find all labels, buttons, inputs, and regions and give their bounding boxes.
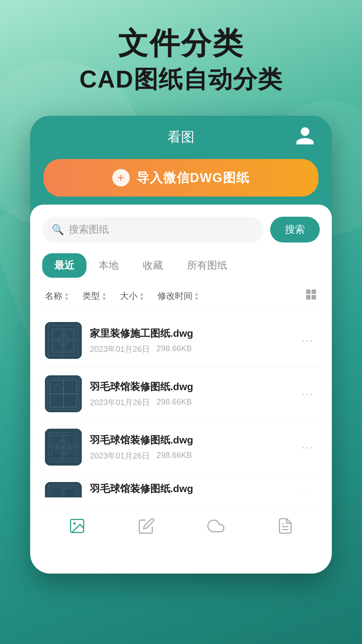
plus-icon: + — [112, 169, 130, 186]
file-thumbnail — [45, 322, 82, 359]
import-button[interactable]: + 导入微信DWG图纸 — [44, 159, 318, 197]
page-title-line1: 文件分类 — [118, 27, 244, 60]
svg-rect-3 — [312, 295, 316, 300]
edit-icon — [136, 516, 157, 536]
file-meta: 2023年01月26日 298.66KB — [90, 344, 290, 355]
tab-bar: 最近 本地 收藏 所有图纸 — [42, 253, 320, 278]
search-placeholder: 搜索图纸 — [69, 223, 109, 236]
file-item[interactable]: 羽毛球馆装修图纸.dwg 2023年01月26日 298.66KB ··· — [42, 421, 320, 474]
file-name: 家里装修施工图纸.dwg — [90, 327, 290, 340]
search-button[interactable]: 搜索 — [270, 217, 320, 243]
file-size: 298.66KB — [157, 397, 192, 408]
app-title: 看图 — [168, 128, 194, 146]
search-input-wrapper[interactable]: 🔍 搜索图纸 — [42, 217, 263, 243]
sort-size-label: 大小 — [120, 290, 137, 302]
svg-rect-34 — [45, 482, 82, 497]
nav-item-images[interactable] — [67, 516, 87, 536]
sort-by-name[interactable]: 名称 ▲▼ — [45, 290, 69, 302]
more-icon — [275, 516, 295, 536]
file-date: 2023年01月26日 — [90, 344, 150, 355]
file-info: 羽毛球馆装修图纸.dwg 2023年01月26日 298.66KB — [90, 433, 290, 461]
svg-rect-1 — [312, 289, 316, 294]
sort-bar: 名称 ▲▼ 类型 ▲▼ 大小 ▲▼ 修改时间 ▲▼ — [42, 288, 320, 311]
file-item[interactable]: 羽毛球馆装修图纸.dwg 2023年01月26日 298.66KB ··· — [42, 367, 320, 421]
nav-item-cloud[interactable] — [206, 516, 226, 536]
svg-rect-2 — [306, 295, 311, 300]
tab-local[interactable]: 本地 — [86, 253, 131, 278]
sort-name-label: 名称 — [45, 290, 62, 302]
file-meta: 2023年01月26日 298.66KB — [90, 450, 290, 461]
sort-by-size[interactable]: 大小 ▲▼ — [120, 290, 144, 302]
sort-date-arrows: ▲▼ — [194, 291, 199, 301]
file-item[interactable]: 家里装修施工图纸.dwg 2023年01月26日 298.66KB ··· — [42, 314, 320, 367]
more-options-button[interactable]: ··· — [298, 330, 317, 351]
search-icon: 🔍 — [52, 224, 64, 235]
grid-view-icon[interactable] — [305, 288, 317, 304]
file-date: 2023年01月26日 — [90, 397, 150, 408]
sort-type-label: 类型 — [82, 290, 100, 302]
file-name: 羽毛球馆装修图纸.dwg — [90, 433, 290, 447]
file-info: 家里装修施工图纸.dwg 2023年01月26日 298.66KB — [90, 327, 290, 355]
app-content: 🔍 搜索图纸 搜索 最近 本地 收藏 所有图纸 名称 ▲▼ 类型 — [30, 205, 332, 574]
file-item-partial[interactable]: 羽毛球馆装修图纸.dwg ··· — [42, 474, 320, 497]
bottom-nav — [42, 507, 320, 548]
more-options-button[interactable]: ··· — [298, 482, 317, 497]
more-options-button[interactable]: ··· — [298, 437, 317, 458]
file-name: 羽毛球馆装修图纸.dwg — [90, 482, 290, 496]
file-info: 羽毛球馆装修图纸.dwg — [90, 482, 290, 497]
more-options-button[interactable]: ··· — [298, 383, 317, 404]
file-thumbnail — [45, 482, 82, 497]
phone-mockup: 看图 + 导入微信DWG图纸 🔍 搜索图纸 搜索 — [30, 116, 332, 574]
import-button-label: 导入微信DWG图纸 — [136, 169, 250, 186]
sort-type-arrows: ▲▼ — [102, 291, 107, 301]
app-header: 看图 — [30, 116, 332, 156]
tab-recent[interactable]: 最近 — [42, 253, 86, 278]
sort-by-type[interactable]: 类型 ▲▼ — [82, 290, 107, 302]
sort-date-label: 修改时间 — [158, 290, 192, 302]
profile-icon[interactable] — [294, 125, 316, 147]
file-info: 羽毛球馆装修图纸.dwg 2023年01月26日 298.66KB — [90, 380, 290, 408]
nav-item-more[interactable] — [275, 516, 295, 536]
file-thumbnail — [45, 375, 82, 412]
file-size: 298.66KB — [157, 450, 192, 461]
svg-point-41 — [73, 522, 76, 525]
svg-rect-0 — [306, 289, 311, 294]
file-name: 羽毛球馆装修图纸.dwg — [90, 380, 290, 394]
image-icon — [67, 516, 87, 536]
file-size: 298.66KB — [157, 344, 192, 355]
file-meta: 2023年01月26日 298.66KB — [90, 397, 290, 408]
file-list: 家里装修施工图纸.dwg 2023年01月26日 298.66KB ··· — [42, 314, 320, 497]
sort-name-arrows: ▲▼ — [64, 291, 69, 301]
tab-favorites[interactable]: 收藏 — [131, 253, 175, 278]
nav-item-edit[interactable] — [136, 516, 157, 536]
tab-all[interactable]: 所有图纸 — [175, 253, 239, 278]
page-title-line2: CAD图纸自动分类 — [79, 63, 283, 96]
sort-size-arrows: ▲▼ — [139, 291, 144, 301]
cloud-icon — [206, 516, 226, 536]
file-thumbnail — [45, 429, 82, 466]
search-bar: 🔍 搜索图纸 搜索 — [42, 217, 320, 243]
sort-by-date[interactable]: 修改时间 ▲▼ — [158, 290, 199, 302]
file-date: 2023年01月26日 — [90, 450, 150, 461]
